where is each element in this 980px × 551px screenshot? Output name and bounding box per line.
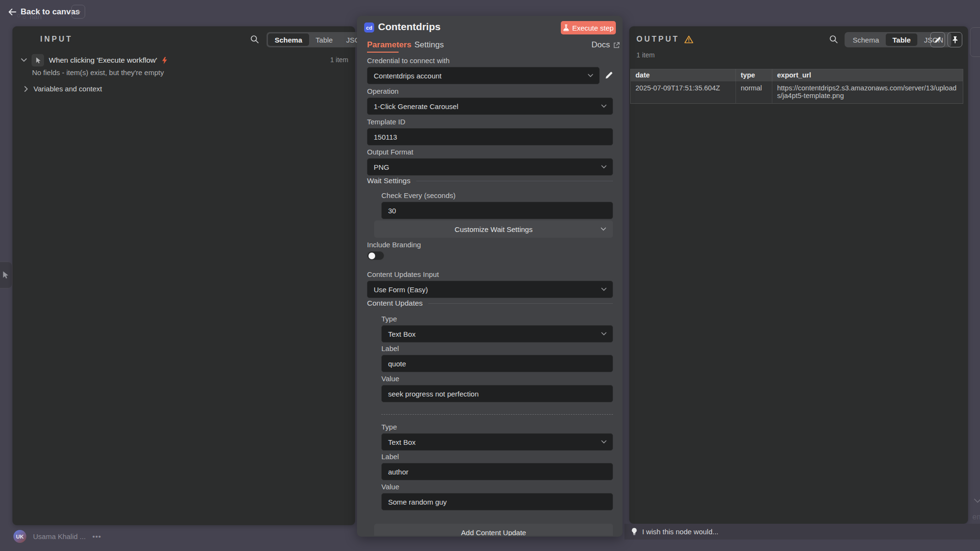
contentdrips-node-icon: cd: [364, 22, 374, 33]
operation-label: Operation: [367, 87, 399, 95]
plus-icon: +: [76, 7, 81, 17]
tab-parameters[interactable]: Parameters: [367, 40, 412, 50]
output-table: date type export_url 2025-07-09T17:51:35…: [630, 69, 963, 104]
input-tab-schema[interactable]: Schema: [268, 33, 309, 46]
chevron-down-icon[interactable]: [21, 58, 27, 62]
add-node-button[interactable]: +: [71, 5, 85, 19]
back-to-canvas-button[interactable]: Back to canvas: [9, 7, 80, 17]
operation-select[interactable]: 1-Click Generate Carousel: [367, 98, 613, 115]
check-every-input[interactable]: [381, 202, 613, 219]
output-format-select[interactable]: PNG: [367, 158, 613, 176]
input-panel-title: INPUT: [40, 35, 73, 44]
type-value-1: Text Box: [388, 330, 416, 338]
column-header-export-url[interactable]: export_url: [772, 69, 963, 81]
credential-label: Credential to connect with: [367, 56, 450, 65]
avatar: UK: [13, 530, 26, 543]
user-name: Usama Khalid ...: [33, 532, 86, 540]
output-format-value: PNG: [374, 163, 390, 171]
back-arrow-icon: [9, 9, 16, 15]
add-content-update-button[interactable]: Add Content Update: [374, 524, 613, 541]
customize-wait-settings-button[interactable]: Customize Wait Settings: [374, 220, 613, 238]
node-title: Contentdrips: [378, 21, 441, 33]
edit-credential-pencil-icon[interactable]: [605, 71, 613, 79]
content-updates-input-select[interactable]: Use Form (Easy): [367, 281, 613, 298]
value-input-1[interactable]: [381, 385, 613, 402]
external-link-icon: [613, 42, 620, 48]
type-select-1[interactable]: Text Box: [381, 325, 613, 342]
output-item-count: 1 item: [636, 51, 655, 59]
label-label: Label: [381, 452, 399, 461]
label-value-2[interactable]: [388, 468, 606, 476]
customize-wait-settings-label: Customize Wait Settings: [455, 225, 533, 233]
pencil-icon: [934, 36, 941, 44]
label-input-1[interactable]: [381, 355, 613, 372]
credential-select[interactable]: Contentdrips account: [367, 67, 600, 84]
type-select-2[interactable]: Text Box: [381, 433, 613, 451]
include-branding-toggle[interactable]: [367, 251, 384, 260]
input-tab-table[interactable]: Table: [309, 33, 340, 46]
search-icon[interactable]: [829, 35, 838, 44]
trigger-node-chip: [32, 54, 44, 66]
type-value-2: Text Box: [388, 438, 416, 446]
label-value-1[interactable]: [388, 360, 606, 368]
tab-settings[interactable]: Settings: [414, 40, 444, 50]
add-content-update-label: Add Content Update: [461, 529, 526, 537]
chevron-down-icon: [601, 165, 607, 169]
credential-value: Contentdrips account: [374, 72, 442, 80]
dimmed-item-count-cutoff: em: [972, 513, 980, 521]
chevron-down-icon: [601, 287, 607, 291]
table-row[interactable]: 2025-07-09T17:51:35.604Z normal https://…: [631, 81, 963, 104]
output-panel: OUTPUT Schema Table JSON 1 item: [629, 26, 968, 524]
cell-type: normal: [736, 81, 772, 104]
edit-output-button[interactable]: [930, 32, 945, 47]
output-tab-schema[interactable]: Schema: [846, 33, 886, 46]
value-value-1[interactable]: [388, 390, 606, 398]
dimmed-chevron-down-icon: [974, 498, 980, 503]
variables-and-context-row[interactable]: Variables and context: [24, 85, 102, 93]
lightning-icon: [162, 57, 167, 64]
content-update-divider: [381, 414, 613, 415]
dimmed-panel-edge: [970, 27, 980, 57]
content-updates-input-value: Use Form (Easy): [374, 286, 428, 294]
check-every-value[interactable]: [388, 207, 606, 215]
chevron-down-icon: [601, 440, 607, 444]
input-node-row[interactable]: When clicking 'Execute workflow': [21, 54, 167, 66]
toggle-knob: [368, 253, 375, 259]
column-header-type[interactable]: type: [736, 69, 772, 81]
check-every-label: Check Every (seconds): [381, 191, 456, 199]
input-node-label: When clicking 'Execute workflow': [49, 56, 157, 65]
search-icon[interactable]: [250, 35, 259, 44]
execute-step-label: Execute step: [572, 24, 614, 32]
template-id-input[interactable]: [367, 128, 613, 145]
template-id-value[interactable]: [374, 133, 606, 141]
wait-settings-section-header: Wait Settings: [367, 176, 613, 185]
chevron-right-icon[interactable]: [24, 86, 28, 92]
label-input-2[interactable]: [381, 463, 613, 480]
docs-link[interactable]: Docs: [591, 40, 620, 50]
user-menu[interactable]: UK Usama Khalid ... •••: [13, 530, 101, 543]
value-input-2[interactable]: [381, 493, 613, 510]
type-label: Type: [381, 315, 397, 323]
content-updates-label: Content Updates: [367, 299, 423, 308]
value-label: Value: [381, 375, 399, 383]
operation-value: 1-Click Generate Carousel: [374, 102, 458, 110]
execute-step-button[interactable]: Execute step: [561, 21, 616, 34]
chevron-down-icon: [601, 332, 607, 336]
cell-export-url: https://contentdrips2.s3.amazonaws.com/s…: [772, 81, 963, 104]
output-tab-table[interactable]: Table: [886, 33, 917, 46]
label-label: Label: [381, 344, 399, 353]
user-options-icon[interactable]: •••: [92, 532, 101, 540]
input-empty-message: No fields - item(s) exist, but they're e…: [32, 68, 164, 77]
output-panel-title: OUTPUT: [636, 35, 679, 44]
value-value-2[interactable]: [388, 498, 606, 506]
pin-data-button[interactable]: [947, 32, 962, 47]
warning-icon: [684, 35, 693, 44]
output-format-label: Output Format: [367, 148, 413, 156]
column-header-date[interactable]: date: [631, 69, 736, 81]
node-feedback-label: I wish this node would...: [642, 528, 718, 536]
cursor-icon: [1, 271, 9, 279]
node-feedback-button[interactable]: I wish this node would...: [624, 524, 980, 540]
value-label: Value: [381, 483, 399, 491]
include-branding-label: Include Branding: [367, 241, 421, 249]
cursor-icon: [35, 57, 41, 64]
